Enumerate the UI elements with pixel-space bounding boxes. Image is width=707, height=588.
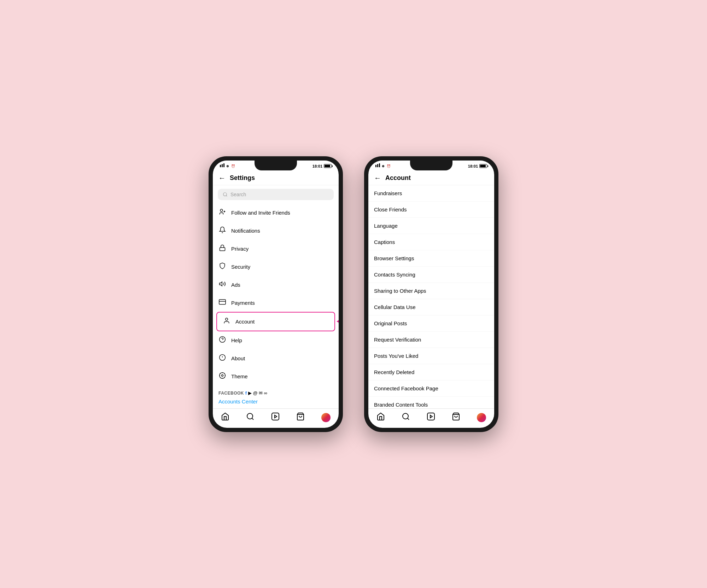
left-status-right: 18:01	[312, 164, 332, 168]
svg-point-28	[247, 413, 253, 419]
help-label: Help	[231, 337, 242, 343]
accounts-center-link[interactable]: Accounts Center	[213, 397, 339, 407]
privacy-label: Privacy	[231, 246, 249, 252]
account-item-fundraisers[interactable]: Fundraisers	[368, 185, 494, 202]
search-placeholder: Search	[230, 192, 246, 197]
right-profile-avatar	[477, 413, 486, 422]
svg-marker-11	[220, 282, 222, 286]
phones-container: ⊕ ⏰ 18:01 ← Settings	[209, 156, 498, 432]
menu-item-notifications[interactable]: Notifications	[213, 222, 339, 240]
right-nav-shop[interactable]	[452, 412, 460, 423]
svg-line-39	[408, 418, 409, 419]
menu-item-ads[interactable]: Ads	[213, 276, 339, 294]
account-item-posts-liked[interactable]: Posts You've Liked	[368, 348, 494, 364]
svg-line-29	[252, 418, 253, 419]
right-status-left: ⊕ ⏰	[375, 163, 397, 169]
left-notch	[255, 161, 297, 170]
svg-rect-0	[220, 165, 221, 167]
account-item-branded-content[interactable]: Branded Content Tools	[368, 397, 494, 408]
svg-point-38	[403, 413, 408, 419]
left-status-left: ⊕ ⏰	[220, 163, 241, 169]
notifications-icon	[218, 226, 226, 235]
svg-rect-34	[377, 164, 378, 167]
svg-rect-1	[222, 164, 223, 167]
security-icon	[218, 262, 226, 271]
svg-rect-33	[375, 165, 376, 167]
account-item-sharing[interactable]: Sharing to Other Apps	[368, 283, 494, 299]
left-phone: ⊕ ⏰ 18:01 ← Settings	[209, 156, 343, 432]
svg-line-6	[226, 195, 227, 196]
menu-item-about[interactable]: About	[213, 349, 339, 367]
account-item-original-posts[interactable]: Original Posts	[368, 315, 494, 332]
left-bottom-nav	[213, 408, 339, 428]
facebook-section-header: FACEBOOK f ▶ @ ✉ ∞	[213, 385, 339, 397]
about-icon	[218, 354, 226, 363]
payments-label: Payments	[231, 300, 255, 306]
left-phone-screen: ⊕ ⏰ 18:01 ← Settings	[213, 161, 339, 428]
left-back-arrow[interactable]: ←	[218, 174, 226, 182]
nav-reels[interactable]	[271, 412, 280, 423]
right-status-right: 18:01	[468, 164, 487, 168]
right-status-bar: ⊕ ⏰ 18:01	[368, 161, 494, 170]
right-nav-profile[interactable]	[477, 413, 486, 422]
right-bottom-nav	[368, 408, 494, 428]
account-item-cellular[interactable]: Cellular Data Use	[368, 299, 494, 315]
svg-point-7	[220, 209, 223, 211]
account-item-captions[interactable]: Captions	[368, 234, 494, 250]
svg-rect-35	[379, 163, 380, 167]
account-item-contacts-syncing[interactable]: Contacts Syncing	[368, 267, 494, 283]
battery-icon	[324, 164, 332, 168]
search-icon	[223, 192, 228, 197]
right-phone-screen: ⊕ ⏰ 18:01 ← Account Fundraisers	[368, 161, 494, 428]
account-list: Fundraisers Close Friends Language Capti…	[368, 185, 494, 408]
svg-point-21	[222, 374, 223, 376]
menu-item-payments[interactable]: Payments	[213, 294, 339, 312]
svg-rect-10	[220, 248, 225, 251]
profile-avatar	[321, 413, 331, 422]
svg-text:⊕: ⊕	[226, 164, 229, 168]
menu-item-help[interactable]: Help	[213, 331, 339, 349]
menu-item-privacy[interactable]: Privacy	[213, 240, 339, 258]
privacy-icon	[218, 244, 226, 253]
theme-label: Theme	[231, 373, 248, 379]
account-item-recently-deleted[interactable]: Recently Deleted	[368, 364, 494, 380]
menu-item-follow[interactable]: Follow and Invite Friends	[213, 204, 339, 222]
account-item-connected-facebook[interactable]: Connected Facebook Page	[368, 380, 494, 397]
nav-profile[interactable]	[321, 413, 331, 422]
account-item-request-verification[interactable]: Request Verification	[368, 332, 494, 348]
right-nav-search[interactable]	[402, 412, 410, 423]
svg-rect-40	[427, 413, 434, 420]
svg-rect-2	[223, 163, 224, 167]
svg-rect-30	[272, 413, 279, 420]
nav-search[interactable]	[246, 412, 255, 423]
account-item-close-friends[interactable]: Close Friends	[368, 202, 494, 218]
search-bar[interactable]: Search	[218, 189, 334, 200]
ads-icon	[218, 280, 226, 289]
right-battery-icon	[479, 164, 487, 168]
right-back-arrow[interactable]: ←	[374, 174, 381, 182]
svg-marker-41	[430, 415, 432, 418]
right-nav-reels[interactable]	[427, 412, 435, 423]
right-nav-home[interactable]	[376, 412, 385, 423]
nav-home[interactable]	[221, 412, 229, 423]
account-icon	[223, 317, 230, 326]
svg-marker-31	[275, 415, 277, 418]
notifications-label: Notifications	[231, 228, 260, 234]
svg-line-24	[220, 373, 221, 373]
left-status-bar: ⊕ ⏰ 18:01	[213, 161, 339, 170]
svg-line-25	[224, 377, 224, 378]
account-item-browser-settings[interactable]: Browser Settings	[368, 250, 494, 267]
menu-item-account[interactable]: Account	[216, 312, 335, 331]
account-arrow-annotation	[337, 319, 339, 324]
ads-label: Ads	[231, 282, 240, 288]
menu-item-theme[interactable]: Theme	[213, 367, 339, 385]
menu-item-security[interactable]: Security	[213, 258, 339, 276]
svg-text:⏰: ⏰	[231, 164, 235, 168]
follow-icon	[218, 208, 226, 217]
security-label: Security	[231, 264, 250, 270]
nav-shop[interactable]	[296, 412, 305, 423]
svg-point-14	[226, 318, 228, 320]
right-phone: ⊕ ⏰ 18:01 ← Account Fundraisers	[364, 156, 498, 432]
left-header: ← Settings	[213, 170, 339, 185]
account-item-language[interactable]: Language	[368, 218, 494, 234]
